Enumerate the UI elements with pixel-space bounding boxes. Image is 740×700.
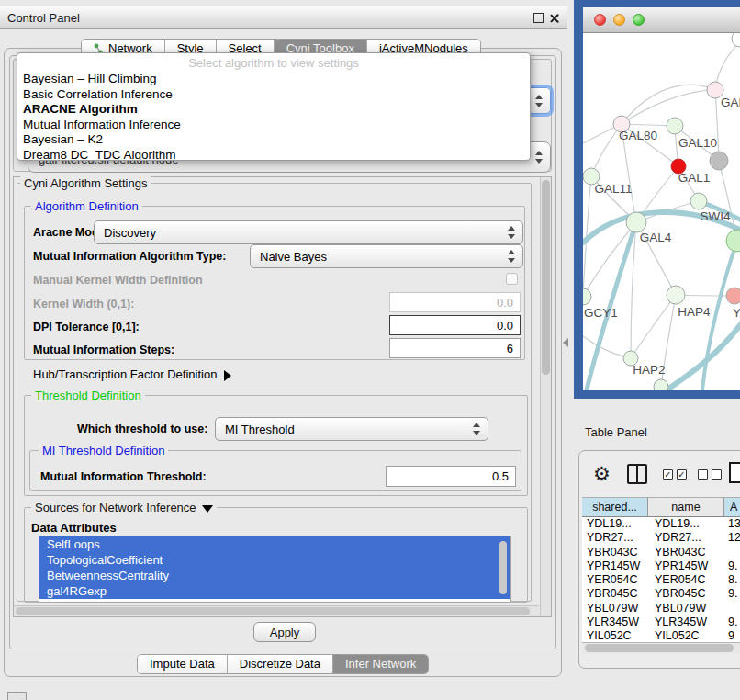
sources-group-toggle[interactable]: Sources for Network Inference (31, 501, 217, 514)
table-cell (724, 546, 740, 559)
checked-column-icon[interactable]: ✓ (663, 469, 673, 480)
mi-threshold-field[interactable]: 0.5 (386, 466, 516, 487)
table-row[interactable]: YBR045CYBR045C9. (582, 587, 740, 601)
algorithm-popup-item[interactable]: Mutual Information Inference (17, 118, 530, 133)
gear-icon[interactable]: ⚙ (593, 462, 611, 486)
table-row[interactable]: YBL079WYBL079W (582, 602, 740, 615)
table-cell: YBR045C (648, 587, 724, 601)
dpi-tolerance-label: DPI Tolerance [0,1]: (33, 321, 140, 333)
mi-threshold-label: Mutual Information Threshold: (40, 470, 207, 483)
data-attribute-item[interactable]: TopologicalCoefficient (39, 552, 510, 568)
node-label: GCY1 (584, 306, 618, 320)
unchecked-column-icon[interactable] (712, 469, 722, 480)
node-label: SWI4 (700, 209, 730, 223)
window-zoom-icon[interactable] (633, 14, 645, 26)
table-row[interactable]: YDL19...YDL19...13 (582, 517, 740, 531)
dpi-tolerance-field[interactable]: 0.0 (389, 315, 521, 335)
table-cell: YIL052C (582, 629, 648, 642)
node-label: GAL10 (678, 136, 717, 150)
table-cell: 13 (724, 517, 740, 531)
table-panel-title: Table Panel (585, 425, 647, 439)
network-window-titlebar[interactable] (583, 7, 740, 33)
which-threshold-combo[interactable]: MI Threshold (215, 417, 488, 441)
algorithm-popup-item[interactable]: ARACNE Algorithm (17, 102, 530, 118)
table-cell: 9. (724, 615, 740, 629)
algorithm-popup-item[interactable]: Bayesian – Hill Climbing (17, 72, 530, 87)
aracne-mode-value: Discovery (104, 226, 156, 240)
tab-discretize-data-label: Discretize Data (240, 655, 320, 673)
table-cell: YER054C (582, 573, 648, 587)
close-panel-icon[interactable] (549, 13, 560, 24)
table-row[interactable]: YDR27...YDR27...12 (582, 531, 740, 545)
page-icon[interactable] (729, 462, 740, 483)
tab-infer-network-label: Infer Network (345, 655, 416, 673)
app-root: Control Panel Network Style Select Cyni … (0, 0, 740, 700)
data-attribute-item[interactable]: SelfLoops (39, 536, 510, 552)
kernel-width-field[interactable]: 0.0 (389, 292, 521, 312)
column-header-shared-name[interactable]: shared... (582, 497, 648, 517)
combo-stepper-icon (508, 226, 516, 239)
settings-vertical-scrollbar-thumb[interactable] (542, 180, 550, 375)
node-label: GAL4 (640, 231, 672, 244)
control-panel-title: Control Panel (7, 11, 80, 25)
unchecked-column-icon[interactable] (698, 469, 708, 480)
combo-stepper-icon (535, 95, 544, 107)
bottom-left-widget[interactable] (7, 692, 27, 700)
table-row[interactable]: YPR145WYPR145W9. (582, 559, 740, 573)
node-label: GAL1 (678, 171, 711, 185)
table-cell: YDR27... (648, 531, 724, 545)
table-horizontal-scrollbar-thumb[interactable] (585, 644, 734, 652)
mi-steps-field[interactable]: 6 (389, 338, 521, 358)
algorithm-popup-item[interactable]: Dream8 DC_TDC Algorithm (17, 148, 530, 162)
tab-infer-network[interactable]: Infer Network (333, 655, 428, 673)
data-attribute-item[interactable]: gal4RGexp (39, 583, 510, 599)
data-attributes-list: SelfLoopsTopologicalCoefficientBetweenne… (39, 536, 511, 603)
window-close-icon[interactable] (594, 14, 606, 26)
table-cell: YER054C (648, 573, 724, 587)
table-body: YDL19...YDL19...13YDR27...YDR27...12YBR0… (582, 517, 740, 642)
hub-definition-toggle[interactable]: Hub/Transcription Factor Definition (33, 367, 231, 381)
column-header-partial[interactable]: A (724, 497, 740, 517)
window-minimize-icon[interactable] (613, 14, 625, 26)
table-row[interactable]: YLR345WYLR345W9. (582, 615, 740, 629)
node-label: GAL80 (619, 129, 657, 142)
algorithm-popup: Select algorithm to view settings Bayesi… (17, 52, 531, 161)
table-row[interactable]: YER054CYER054C8. (582, 573, 740, 587)
combo-stepper-icon (535, 151, 544, 164)
split-panel-icon[interactable] (627, 464, 647, 484)
collapsed-arrow-icon (224, 370, 231, 381)
table-cell: YLR345W (582, 615, 648, 629)
expanded-arrow-icon (202, 505, 213, 513)
tab-discretize-data[interactable]: Discretize Data (228, 655, 333, 673)
panel-divider-handle[interactable] (563, 338, 568, 347)
algorithm-popup-placeholder: Select algorithm to view settings (17, 55, 530, 72)
network-canvas[interactable]: GAL2 GAL80 GAL10 GAL1 GAL11 SWI4 GAL4 GC… (583, 33, 740, 390)
sources-group-title: Sources for Network Inference (35, 501, 196, 514)
aracne-mode-combo[interactable]: Discovery (94, 220, 523, 244)
settings-horizontal-scrollbar-thumb[interactable] (16, 607, 530, 615)
column-header-name[interactable]: name (648, 497, 724, 517)
manual-kernel-checkbox[interactable] (506, 273, 518, 285)
mi-type-value: Naive Bayes (260, 250, 327, 264)
algorithm-popup-item[interactable]: Bayesian – K2 (17, 132, 530, 148)
table-cell: YBR045C (582, 587, 648, 601)
mi-type-combo[interactable]: Naive Bayes (250, 244, 523, 268)
data-attributes-label: Data Attributes (31, 521, 117, 535)
hub-definition-label: Hub/Transcription Factor Definition (33, 367, 217, 381)
table-row[interactable]: YIL052CYIL052C9 (582, 629, 740, 642)
manual-kernel-label: Manual Kernel Width Definition (33, 274, 203, 287)
which-threshold-label: Which threshold to use: (77, 423, 207, 435)
table-cell: YDR27... (582, 531, 648, 545)
algorithm-popup-item[interactable]: Basic Correlation Inference (17, 87, 530, 103)
attributes-list-scrollbar[interactable] (499, 541, 507, 594)
checked-column-icon[interactable]: ✓ (677, 469, 687, 480)
table-cell: 9. (724, 559, 740, 573)
table-row[interactable]: YBR043CYBR043C (582, 546, 740, 559)
float-panel-icon[interactable] (533, 13, 544, 23)
data-attribute-item[interactable]: BetweennessCentrality (39, 568, 510, 583)
algorithm-popup-list: Bayesian – Hill ClimbingBasic Correlatio… (17, 72, 530, 161)
combo-stepper-icon (508, 250, 516, 263)
tab-impute-data[interactable]: Impute Data (138, 655, 228, 673)
node-label: GAL2 (721, 96, 740, 109)
apply-button[interactable]: Apply (253, 622, 316, 642)
